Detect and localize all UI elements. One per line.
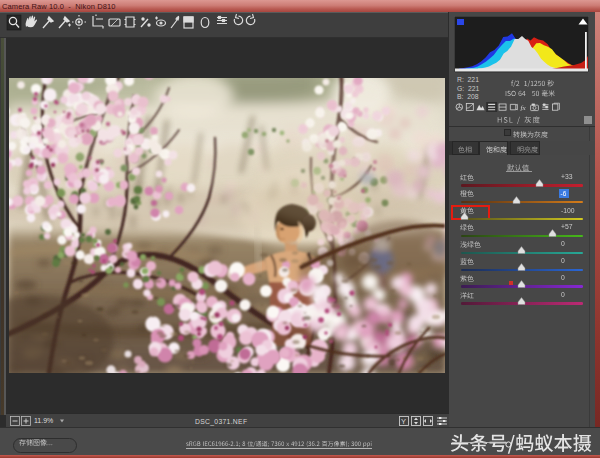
svg-text:fx: fx (520, 104, 526, 112)
svg-text:Y: Y (401, 417, 406, 426)
